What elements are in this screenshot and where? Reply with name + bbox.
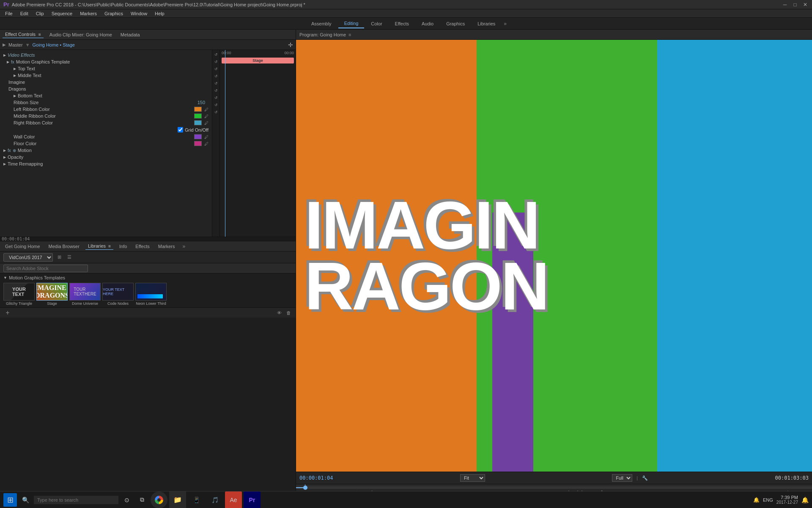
eye-icon[interactable]: 👁 bbox=[275, 309, 283, 317]
taskbar-search-input[interactable] bbox=[34, 496, 118, 504]
reset-btn-7[interactable]: ↺ bbox=[213, 95, 219, 101]
full-dropdown[interactable]: Full bbox=[612, 474, 632, 482]
taskbar-notification-icon[interactable]: 🔔 bbox=[753, 497, 760, 503]
tab-audio-clip-mixer[interactable]: Audio Clip Mixer: Going Home bbox=[47, 31, 115, 38]
reset-btn-2[interactable]: ↺ bbox=[213, 59, 219, 65]
menu-clip[interactable]: Clip bbox=[33, 10, 47, 17]
premiere-icon[interactable]: Pr bbox=[244, 491, 261, 508]
close-button[interactable]: ✕ bbox=[802, 1, 809, 8]
titlebar-right[interactable]: ─ □ ✕ bbox=[782, 1, 809, 8]
left-ribbon-eyedropper[interactable]: 🖊 bbox=[204, 107, 208, 112]
search-bar-icon[interactable]: 🔍 bbox=[19, 493, 32, 507]
tab-get-going-home[interactable]: Get Going Home bbox=[3, 243, 43, 250]
wall-color-swatch[interactable] bbox=[194, 134, 202, 139]
reset-btn-8[interactable]: ↺ bbox=[213, 102, 219, 108]
workspace-more-icon[interactable]: » bbox=[504, 21, 507, 27]
bottom-text-row[interactable]: ▶ Bottom Text bbox=[0, 92, 212, 99]
wrench-icon[interactable]: 🔧 bbox=[642, 475, 648, 481]
ribbon-size-row[interactable]: Ribbon Size 150 bbox=[0, 99, 212, 106]
taskbar-clock[interactable]: 7:39 PM 2017-12-27 bbox=[776, 495, 798, 505]
minimize-button[interactable]: ─ bbox=[782, 1, 788, 8]
middle-ribbon-color-row[interactable]: Middle Ribbon Color 🖊 bbox=[0, 113, 212, 119]
tab-markers[interactable]: Markers bbox=[156, 243, 178, 250]
program-progress-bar[interactable] bbox=[296, 484, 812, 487]
tab-effects[interactable]: Effects bbox=[133, 243, 152, 250]
program-timecode[interactable]: 00:00:01:04 bbox=[299, 475, 333, 481]
task-view-icon[interactable]: ⧉ bbox=[135, 493, 149, 507]
wall-color-row[interactable]: Wall Color 🖊 bbox=[0, 133, 212, 140]
menu-edit[interactable]: Edit bbox=[17, 10, 32, 17]
tab-graphics[interactable]: Graphics bbox=[440, 19, 471, 28]
middle-text-row[interactable]: ▶ Middle Text bbox=[0, 72, 212, 79]
list-view-icon[interactable]: ☰ bbox=[66, 254, 73, 261]
menu-graphics[interactable]: Graphics bbox=[101, 10, 126, 17]
program-menu-icon[interactable]: ≡ bbox=[348, 32, 351, 37]
top-text-row[interactable]: ▶ Top Text bbox=[0, 65, 212, 72]
tab-effects[interactable]: Effects bbox=[389, 19, 415, 28]
vidcon-dropdown[interactable]: VidConUS 2017 bbox=[3, 253, 53, 262]
floor-eyedropper[interactable]: 🖊 bbox=[204, 141, 208, 146]
grid-on-off-row[interactable]: Grid On/Off bbox=[0, 126, 212, 133]
floor-color-row[interactable]: Floor Color 🖊 bbox=[0, 140, 212, 147]
tab-color[interactable]: Color bbox=[365, 19, 388, 28]
taskbar-app-6[interactable]: Ae bbox=[225, 491, 242, 508]
middle-ribbon-eyedropper[interactable]: 🖊 bbox=[204, 114, 208, 119]
reset-btn-4[interactable]: ↺ bbox=[213, 73, 219, 79]
motion-row[interactable]: ▶ fx ⊕ Motion bbox=[0, 147, 212, 154]
right-ribbon-eyedropper[interactable]: 🖊 bbox=[204, 121, 208, 125]
motion-graphics-template[interactable]: ▶ fx Motion Graphics Template bbox=[0, 58, 212, 65]
reset-btn-6[interactable]: ↺ bbox=[213, 88, 219, 94]
maximize-button[interactable]: □ bbox=[792, 1, 798, 8]
chrome-icon[interactable] bbox=[151, 491, 167, 508]
tab-assembly[interactable]: Assembly bbox=[305, 19, 337, 28]
tab-editing[interactable]: Editing bbox=[338, 19, 365, 28]
template-neon-lower-third[interactable]: Neon Lower Third bbox=[135, 283, 167, 306]
reset-btn-1[interactable]: ↺ bbox=[213, 52, 219, 58]
cortana-icon[interactable]: ⊙ bbox=[120, 493, 134, 507]
opacity-row[interactable]: ▶ Opacity bbox=[0, 154, 212, 160]
menu-window[interactable]: Window bbox=[127, 10, 151, 17]
grid-checkbox[interactable] bbox=[178, 127, 183, 133]
menu-markers[interactable]: Markers bbox=[77, 10, 100, 17]
tab-metadata[interactable]: Metadata bbox=[118, 31, 143, 38]
time-remapping-row[interactable]: ▶ Time Remapping bbox=[0, 160, 212, 167]
fit-dropdown[interactable]: Fit 25% 50% 100% bbox=[460, 474, 485, 482]
notification-center-icon[interactable]: 🔔 bbox=[801, 497, 809, 503]
template-code-nodes[interactable]: YOUR TEXT HERE Code Nodes bbox=[102, 283, 134, 306]
grid-view-icon[interactable]: ⊞ bbox=[55, 254, 63, 261]
taskbar-language[interactable]: ENG bbox=[763, 497, 773, 502]
lower-panel-more-icon[interactable]: » bbox=[183, 243, 186, 249]
video-effects-section[interactable]: ▶ Video Effects bbox=[0, 52, 212, 58]
tab-libraries[interactable]: Libraries ≡ bbox=[85, 243, 113, 250]
going-home-stage-path[interactable]: Going Home • Stage bbox=[33, 42, 75, 47]
tab-effect-controls[interactable]: Effect Controls ≡ bbox=[3, 31, 44, 38]
template-dome-universe[interactable]: TOURTEXTHERE Dome Universe bbox=[69, 283, 101, 306]
right-ribbon-swatch[interactable] bbox=[194, 120, 202, 125]
menu-help[interactable]: Help bbox=[151, 10, 168, 17]
middle-ribbon-swatch[interactable] bbox=[194, 113, 202, 119]
delete-icon[interactable]: 🗑 bbox=[285, 309, 292, 317]
file-explorer-icon[interactable]: 📁 bbox=[169, 491, 186, 508]
grid-checkbox-label[interactable]: Grid On/Off bbox=[178, 127, 208, 133]
add-item-button[interactable]: + bbox=[3, 309, 12, 317]
template-glitchy-triangle[interactable]: YOURTEXT Glitchy Triangle bbox=[3, 283, 35, 306]
left-ribbon-swatch[interactable] bbox=[194, 107, 202, 112]
menu-sequence[interactable]: Sequence bbox=[48, 10, 76, 17]
reset-btn-3[interactable]: ↺ bbox=[213, 66, 219, 72]
libraries-menu-icon[interactable]: ≡ bbox=[108, 244, 111, 248]
left-ribbon-color-row[interactable]: Left Ribbon Color 🖊 bbox=[0, 106, 212, 113]
start-button[interactable]: ⊞ bbox=[3, 493, 17, 507]
tab-media-browser[interactable]: Media Browser bbox=[46, 243, 82, 250]
taskbar-app-4[interactable]: 📱 bbox=[188, 491, 205, 508]
effect-controls-menu-icon[interactable]: ≡ bbox=[38, 32, 41, 37]
floor-color-swatch[interactable] bbox=[194, 141, 202, 146]
template-stage[interactable]: IMAGINEDRAGONS Stage bbox=[36, 283, 68, 306]
reset-btn-5[interactable]: ↺ bbox=[213, 80, 219, 86]
right-ribbon-color-row[interactable]: Right Ribbon Color 🖊 bbox=[0, 119, 212, 126]
taskbar-app-5[interactable]: 🎵 bbox=[206, 491, 223, 508]
menu-file[interactable]: File bbox=[2, 10, 16, 17]
wall-eyedropper[interactable]: 🖊 bbox=[204, 135, 208, 139]
tab-audio[interactable]: Audio bbox=[416, 19, 439, 28]
tab-info[interactable]: Info bbox=[117, 243, 129, 250]
search-adobe-stock-input[interactable] bbox=[3, 265, 88, 272]
